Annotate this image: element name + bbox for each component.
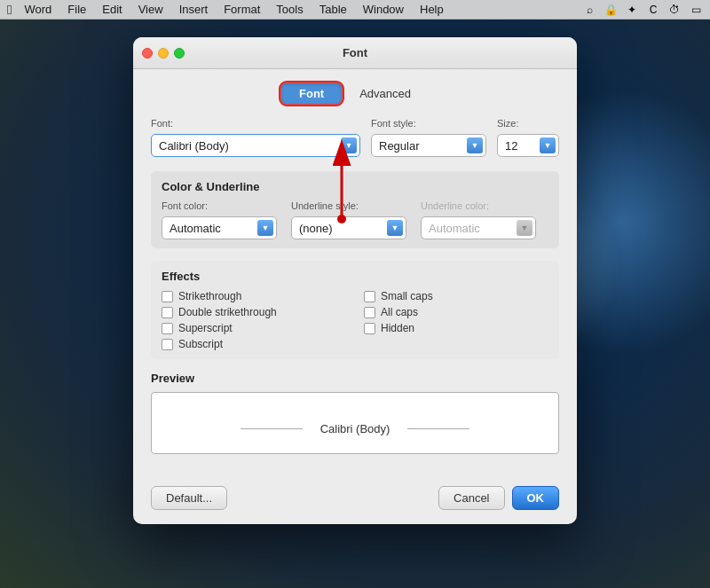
all-caps-checkbox[interactable]	[364, 307, 375, 318]
apple-menu[interactable]: 	[7, 2, 12, 17]
tab-bar: Font Advanced	[151, 83, 559, 104]
underline-style-wrapper: (none) ▼	[291, 216, 406, 239]
airplay-icon: ▭	[689, 3, 703, 17]
maximize-button[interactable]	[174, 48, 185, 59]
menubar-right-icons: ⌕ 🔒 ✦ C ⏱ ▭	[582, 3, 703, 17]
traffic-lights	[142, 48, 185, 59]
strikethrough-checkbox[interactable]	[162, 291, 173, 302]
underline-style-select[interactable]: (none)	[291, 216, 406, 239]
effects-header: Effects	[162, 270, 548, 283]
menubar-tools[interactable]: Tools	[269, 1, 310, 18]
effects-grid: Strikethrough Small caps Double striketh…	[162, 290, 548, 350]
font-style-size-row: Font: ▼ Font style: Regular ▼	[151, 118, 559, 157]
font-select-wrapper: ▼	[151, 134, 360, 157]
preview-line-right	[407, 428, 469, 429]
menubar-edit[interactable]: Edit	[95, 1, 129, 18]
tab-font[interactable]: Font	[281, 83, 342, 104]
dropbox-icon: ✦	[625, 3, 639, 17]
all-caps-item: All caps	[364, 306, 548, 318]
effects-section: Effects Strikethrough Small caps Double	[151, 261, 559, 359]
double-strikethrough-label: Double strikethrough	[178, 306, 277, 318]
color-row: Font color: Automatic ▼ Underline style:	[162, 200, 548, 239]
preview-line-left	[241, 428, 303, 429]
dialog-overlay: Font Font Advanced Font: ▼ Font style:	[0, 20, 710, 588]
small-caps-checkbox[interactable]	[364, 291, 375, 302]
underline-style-label: Underline style:	[291, 200, 406, 211]
strikethrough-item: Strikethrough	[162, 290, 346, 302]
tab-advanced[interactable]: Advanced	[342, 83, 429, 104]
font-color-label: Font color:	[162, 200, 277, 211]
style-select[interactable]: Regular	[371, 134, 486, 157]
underline-color-wrapper: Automatic ▼	[421, 216, 536, 239]
menubar:  Word File Edit View Insert Format Tool…	[0, 0, 710, 20]
style-label: Font style:	[371, 118, 486, 129]
preview-box: Calibri (Body)	[151, 392, 559, 454]
menubar-insert[interactable]: Insert	[172, 1, 216, 18]
small-caps-label: Small caps	[381, 290, 433, 302]
underline-color-label: Underline color:	[421, 200, 536, 211]
font-label: Font:	[151, 118, 360, 129]
hidden-checkbox[interactable]	[364, 323, 375, 334]
font-name-field: Font: ▼	[151, 118, 360, 157]
superscript-label: Superscript	[178, 322, 233, 334]
search-icon[interactable]: ⌕	[582, 3, 596, 17]
c-icon: C	[646, 3, 660, 17]
font-color-wrapper: Automatic ▼	[162, 216, 277, 239]
font-size-field: Size: 12 ▼	[497, 118, 559, 157]
preview-lines: Calibri (Body)	[170, 422, 540, 435]
hidden-item: Hidden	[364, 322, 548, 334]
subscript-checkbox[interactable]	[162, 339, 173, 350]
ok-button[interactable]: OK	[512, 486, 560, 510]
underline-style-field: Underline style: (none) ▼	[291, 200, 406, 239]
superscript-checkbox[interactable]	[162, 323, 173, 334]
menubar-window[interactable]: Window	[356, 1, 411, 18]
close-button[interactable]	[142, 48, 153, 59]
small-caps-item: Small caps	[364, 290, 548, 302]
font-input[interactable]	[151, 134, 360, 157]
superscript-item: Superscript	[162, 322, 346, 334]
size-select-wrapper: 12 ▼	[497, 134, 559, 157]
lock-icon: 🔒	[604, 3, 618, 17]
menubar-format[interactable]: Format	[217, 1, 267, 18]
preview-section: Preview Calibri (Body)	[151, 372, 559, 454]
dialog-title: Font	[343, 46, 367, 59]
double-strikethrough-item: Double strikethrough	[162, 306, 346, 318]
menubar-word[interactable]: Word	[17, 1, 59, 18]
color-underline-header: Color & Underline	[162, 180, 548, 193]
preview-text: Calibri (Body)	[320, 422, 390, 435]
underline-color-field: Underline color: Automatic ▼	[421, 200, 536, 239]
hidden-label: Hidden	[381, 322, 414, 334]
dialog-titlebar: Font	[133, 37, 577, 69]
menubar-table[interactable]: Table	[312, 1, 354, 18]
all-caps-label: All caps	[381, 306, 418, 318]
preview-header: Preview	[151, 372, 559, 385]
subscript-label: Subscript	[178, 338, 223, 350]
default-button[interactable]: Default...	[151, 486, 227, 510]
size-select[interactable]: 12	[497, 134, 559, 157]
footer-right-buttons: Cancel OK	[438, 486, 559, 510]
cancel-button[interactable]: Cancel	[438, 486, 504, 510]
minimize-button[interactable]	[158, 48, 169, 59]
subscript-item: Subscript	[162, 338, 346, 350]
font-dialog: Font Font Advanced Font: ▼ Font style:	[133, 37, 577, 524]
menubar-file[interactable]: File	[60, 1, 93, 18]
font-color-select[interactable]: Automatic	[162, 216, 277, 239]
strikethrough-label: Strikethrough	[178, 290, 241, 302]
color-underline-section: Color & Underline Font color: Automatic …	[151, 171, 559, 248]
clock-icon: ⏱	[667, 3, 682, 17]
dialog-body: Font Advanced Font: ▼ Font style: Regu	[133, 69, 577, 477]
menubar-view[interactable]: View	[131, 1, 170, 18]
double-strikethrough-checkbox[interactable]	[162, 307, 173, 318]
font-color-field: Font color: Automatic ▼	[162, 200, 277, 239]
dialog-footer: Default... Cancel OK	[133, 477, 577, 524]
menubar-help[interactable]: Help	[413, 1, 451, 18]
underline-color-select[interactable]: Automatic	[421, 216, 536, 239]
style-select-wrapper: Regular ▼	[371, 134, 486, 157]
size-label: Size:	[497, 118, 559, 129]
font-style-field: Font style: Regular ▼	[371, 118, 486, 157]
